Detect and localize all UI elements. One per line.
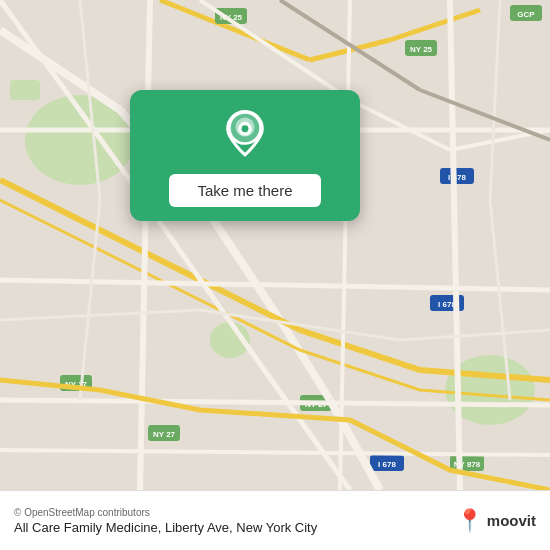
moovit-text: moovit <box>487 512 536 529</box>
take-me-there-button[interactable]: Take me there <box>169 174 320 207</box>
svg-rect-4 <box>10 80 40 100</box>
svg-text:NY 27: NY 27 <box>153 430 176 439</box>
svg-point-61 <box>242 125 249 132</box>
place-name: All Care Family Medicine, Liberty Ave, N… <box>14 520 317 535</box>
svg-text:I 678: I 678 <box>378 460 396 469</box>
map-background: NY 25 GCP NY 25 I 678 I 678 I 678 NY 27 … <box>0 0 550 490</box>
bottom-bar: © OpenStreetMap contributors All Care Fa… <box>0 490 550 550</box>
osm-credit: © OpenStreetMap contributors <box>14 507 317 518</box>
svg-text:GCP: GCP <box>517 10 535 19</box>
moovit-pin-icon: 📍 <box>456 510 483 532</box>
map-container: NY 25 GCP NY 25 I 678 I 678 I 678 NY 27 … <box>0 0 550 490</box>
location-pin-icon <box>219 108 271 160</box>
moovit-logo: 📍 moovit <box>456 510 536 532</box>
bottom-info: © OpenStreetMap contributors All Care Fa… <box>14 507 317 535</box>
svg-text:NY 25: NY 25 <box>410 45 433 54</box>
popup-card: Take me there <box>130 90 360 221</box>
